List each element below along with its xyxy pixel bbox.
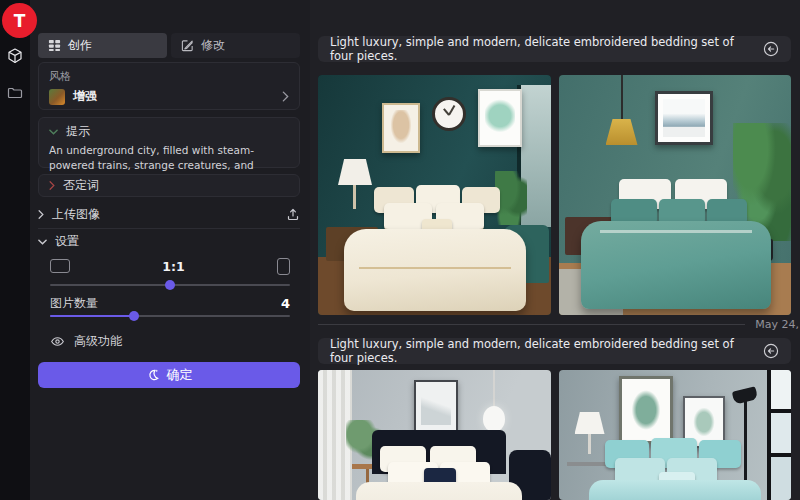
divider: [38, 228, 300, 229]
result-caption: Light luxury, simple and modern, delicat…: [330, 337, 749, 365]
wall-art: [414, 380, 458, 432]
cube-3d-icon[interactable]: [6, 47, 24, 65]
lamp-cord: [621, 75, 623, 121]
image-row: [318, 370, 791, 500]
confirm-button[interactable]: 确定: [38, 362, 300, 388]
window: [767, 370, 791, 500]
chevron-down-icon: [49, 129, 58, 135]
result-caption-bar: Light luxury, simple and modern, delicat…: [318, 338, 791, 364]
tab-modify-label: 修改: [201, 37, 225, 54]
aspect-ratio-slider[interactable]: [50, 280, 290, 290]
wall-clock: [432, 97, 466, 131]
grid-icon: [48, 39, 61, 52]
image-count-slider[interactable]: [50, 311, 290, 321]
chevron-right-icon: [282, 91, 289, 102]
lamp-stem: [588, 434, 591, 454]
eye-icon: [50, 334, 65, 349]
prompt-section[interactable]: 提示 An underground city, filled with stea…: [38, 117, 300, 168]
edit-pencil-icon: [181, 39, 194, 52]
divider: [318, 324, 745, 325]
white-pendant-lamp: [483, 406, 505, 432]
generated-image-2[interactable]: [559, 75, 792, 315]
negative-words-section[interactable]: 否定词: [38, 174, 300, 197]
art-print: [389, 110, 413, 146]
style-thumbnail: [49, 89, 65, 105]
aspect-slider-thumb[interactable]: [165, 280, 175, 290]
image-count-label: 图片数量: [50, 295, 281, 312]
confirm-button-label: 确定: [167, 366, 193, 384]
art-print: [485, 96, 515, 140]
upload-image-label: 上传图像: [52, 206, 278, 223]
avatar[interactable]: T: [2, 3, 37, 38]
chevron-right-icon: [38, 210, 44, 219]
generated-image-1[interactable]: [318, 75, 551, 315]
generated-image-3[interactable]: [318, 370, 551, 500]
advanced-features-label: 高级功能: [74, 333, 122, 350]
count-slider-thumb[interactable]: [129, 311, 139, 321]
art-print: [628, 385, 664, 435]
landscape-ratio-icon[interactable]: [50, 259, 70, 273]
portrait-ratio-icon[interactable]: [277, 258, 290, 275]
generated-image-4[interactable]: [559, 370, 792, 500]
side-table: [567, 462, 611, 466]
image-count-value: 4: [281, 296, 290, 311]
tab-create-label: 创作: [68, 37, 92, 54]
date-divider-row: May 24,: [318, 316, 800, 332]
chevron-down-icon: [38, 239, 47, 245]
wall-art-abstract: [655, 91, 713, 145]
tab-create[interactable]: 创作: [38, 33, 167, 58]
wall-art-leaf: [478, 89, 522, 147]
aspect-ratio-row: 1:1: [50, 255, 290, 277]
app-rail: T: [0, 0, 30, 500]
art-print: [421, 387, 451, 425]
lamp-stem: [353, 185, 356, 209]
image-row: [318, 75, 791, 315]
prompt-label: 提示: [66, 123, 90, 140]
settings-label: 设置: [55, 233, 79, 250]
date-label: May 24,: [755, 318, 800, 331]
style-label: 风格: [49, 69, 289, 84]
duvet: [356, 482, 522, 500]
duvet: [581, 221, 771, 309]
result-caption: Light luxury, simple and modern, delicat…: [330, 35, 749, 63]
tab-modify[interactable]: 修改: [171, 33, 300, 58]
folder-icon[interactable]: [6, 84, 24, 102]
mode-tabs: 创作 修改: [38, 33, 300, 58]
lamp-cord: [493, 370, 495, 408]
style-section[interactable]: 风格 增强: [38, 62, 300, 110]
reuse-prompt-icon[interactable]: [763, 343, 779, 359]
wall-art-leaf: [619, 376, 673, 444]
upload-icon[interactable]: [286, 207, 300, 221]
magic-moon-icon: [146, 368, 160, 382]
duvet: [589, 480, 761, 500]
aspect-ratio-value: 1:1: [162, 259, 184, 274]
art-print: [663, 99, 705, 137]
wall-art-feather: [382, 103, 420, 153]
advanced-features-row[interactable]: 高级功能: [50, 333, 122, 350]
duvet: [344, 229, 526, 311]
chevron-right-icon: [49, 181, 55, 190]
upload-image-section[interactable]: 上传图像: [38, 203, 300, 225]
results-area: Light luxury, simple and modern, delicat…: [310, 0, 800, 500]
result-caption-bar: Light luxury, simple and modern, delicat…: [318, 36, 791, 62]
reuse-prompt-icon[interactable]: [763, 41, 779, 57]
negative-words-label: 否定词: [63, 177, 99, 194]
generation-panel: 创作 修改 风格 增强 提示 An underground city, fill…: [30, 0, 310, 500]
count-slider-fill: [50, 315, 134, 317]
art-print: [690, 403, 718, 441]
settings-section-header[interactable]: 设置: [38, 233, 79, 250]
style-value: 增强: [73, 88, 274, 105]
image-count-row: 图片数量 4: [50, 295, 290, 312]
